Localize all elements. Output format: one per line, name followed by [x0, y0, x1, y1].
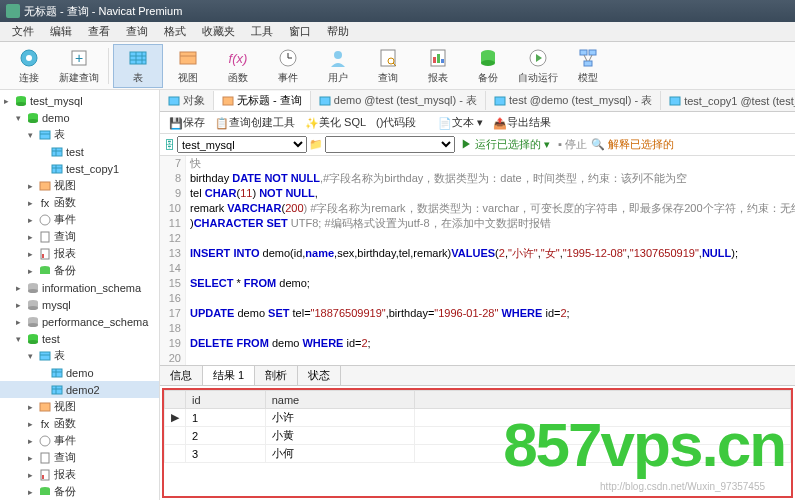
column-name[interactable]: name: [265, 391, 415, 409]
stop-button[interactable]: ▪ 停止: [554, 137, 591, 152]
tree-item-test[interactable]: ▾test: [0, 330, 159, 347]
code-area[interactable]: 快birthday DATE NOT NULL,#字段名称为birthday，数…: [186, 156, 795, 365]
report-icon: [38, 469, 52, 481]
tree-toggle-icon[interactable]: ▾: [16, 113, 26, 123]
explain-selected-button[interactable]: 🔍 解释已选择的: [591, 137, 674, 152]
tree-item-demo[interactable]: ▾demo: [0, 109, 159, 126]
tree-toggle-icon[interactable]: ▸: [28, 266, 38, 276]
save-button[interactable]: 💾保存: [164, 114, 210, 131]
tree-item-备份[interactable]: ▸备份: [0, 483, 159, 500]
tab-test_copy1 @test (test_mys[interactable]: test_copy1 @test (test_mys: [661, 93, 795, 109]
tree-toggle-icon[interactable]: ▸: [28, 487, 38, 497]
column-id[interactable]: id: [186, 391, 266, 409]
tree-item-test_mysql[interactable]: ▸test_mysql: [0, 92, 159, 109]
run-selected-button[interactable]: ▶ 运行已选择的 ▾: [457, 137, 554, 152]
tab-无标题 - 查询[interactable]: 无标题 - 查询: [214, 91, 311, 110]
tree-toggle-icon[interactable]: ▸: [28, 198, 38, 208]
toolbar-view[interactable]: 视图: [163, 44, 213, 88]
tree-item-报表[interactable]: ▸报表: [0, 466, 159, 483]
tree-item-demo2[interactable]: demo2: [0, 381, 159, 398]
result-row[interactable]: 3小何: [165, 445, 791, 463]
tree-item-information_schema[interactable]: ▸information_schema: [0, 279, 159, 296]
tree-item-表[interactable]: ▾表: [0, 347, 159, 364]
menu-窗口[interactable]: 窗口: [281, 22, 319, 41]
sql-editor[interactable]: 7891011121314151617181920212223 快birthda…: [160, 156, 795, 365]
toolbar-table[interactable]: 表: [113, 44, 163, 88]
tab-对象[interactable]: 对象: [160, 91, 214, 110]
svg-rect-83: [320, 97, 330, 105]
tab-demo @test (test_mysql) - 表[interactable]: demo @test (test_mysql) - 表: [311, 91, 486, 110]
result-tab-结果 1[interactable]: 结果 1: [203, 366, 255, 385]
toolbar-auto[interactable]: 自动运行: [513, 44, 563, 88]
menu-格式[interactable]: 格式: [156, 22, 194, 41]
menu-工具[interactable]: 工具: [243, 22, 281, 41]
tree-item-报表[interactable]: ▸报表: [0, 245, 159, 262]
db-icon: [26, 333, 40, 345]
tree-item-表[interactable]: ▾表: [0, 126, 159, 143]
tree-item-performance_schema[interactable]: ▸performance_schema: [0, 313, 159, 330]
tree-toggle-icon[interactable]: ▸: [28, 436, 38, 446]
tab-test @demo (test_mysql) - 表[interactable]: test @demo (test_mysql) - 表: [486, 91, 661, 110]
toolbar-event[interactable]: 事件: [263, 44, 313, 88]
toolbar-connect[interactable]: 连接: [4, 44, 54, 88]
tree-toggle-icon[interactable]: ▸: [28, 402, 38, 412]
tree-toggle-icon[interactable]: ▸: [28, 453, 38, 463]
tree-item-函数[interactable]: ▸fx函数: [0, 194, 159, 211]
tree-item-查询[interactable]: ▸查询: [0, 449, 159, 466]
tree-toggle-icon[interactable]: ▸: [4, 96, 14, 106]
menu-文件[interactable]: 文件: [4, 22, 42, 41]
result-row[interactable]: 2小黄: [165, 427, 791, 445]
tree-toggle-icon[interactable]: ▸: [28, 181, 38, 191]
tree-item-test_copy1[interactable]: test_copy1: [0, 160, 159, 177]
toolbar-query[interactable]: 查询: [363, 44, 413, 88]
tree-item-demo[interactable]: demo: [0, 364, 159, 381]
menu-编辑[interactable]: 编辑: [42, 22, 80, 41]
schema-select[interactable]: [325, 136, 455, 153]
result-grid[interactable]: idname▶1小许2小黄3小何: [162, 388, 793, 498]
export-button[interactable]: 📤导出结果: [488, 114, 556, 131]
tree-toggle-icon[interactable]: ▸: [28, 249, 38, 259]
tree-toggle-icon[interactable]: ▸: [28, 215, 38, 225]
toolbar-fx[interactable]: f(x)函数: [213, 44, 263, 88]
tree-toggle-icon[interactable]: ▾: [16, 334, 26, 344]
connection-select[interactable]: test_mysql: [177, 136, 307, 153]
tree-item-视图[interactable]: ▸视图: [0, 177, 159, 194]
beautify-sql-button[interactable]: ✨美化 SQL: [300, 114, 371, 131]
tree-toggle-icon[interactable]: ▸: [28, 470, 38, 480]
toolbar-backup[interactable]: 备份: [463, 44, 513, 88]
svg-point-48: [40, 215, 50, 225]
tree-toggle-icon[interactable]: ▾: [28, 351, 38, 361]
tree-item-事件[interactable]: ▸事件: [0, 211, 159, 228]
report-icon: [38, 248, 52, 260]
text-dropdown-button[interactable]: 📄文本 ▾: [433, 114, 488, 131]
tree-toggle-icon[interactable]: ▸: [16, 317, 26, 327]
tree-item-事件[interactable]: ▸事件: [0, 432, 159, 449]
toolbar-model[interactable]: 模型: [563, 44, 613, 88]
menu-收藏夹[interactable]: 收藏夹: [194, 22, 243, 41]
tree-toggle-icon[interactable]: ▸: [28, 232, 38, 242]
tree-item-mysql[interactable]: ▸mysql: [0, 296, 159, 313]
menu-帮助[interactable]: 帮助: [319, 22, 357, 41]
tree-toggle-icon[interactable]: ▸: [28, 419, 38, 429]
snippet-button[interactable]: ()代码段: [371, 114, 421, 131]
connection-tree[interactable]: ▸test_mysql▾demo▾表testtest_copy1▸视图▸fx函数…: [0, 90, 160, 500]
tree-toggle-icon[interactable]: ▸: [16, 300, 26, 310]
toolbar-user[interactable]: 用户: [313, 44, 363, 88]
toolbar-newquery[interactable]: +新建查询: [54, 44, 104, 88]
tree-item-视图[interactable]: ▸视图: [0, 398, 159, 415]
toolbar-report[interactable]: 报表: [413, 44, 463, 88]
tables-icon: [38, 350, 52, 362]
result-tab-信息[interactable]: 信息: [160, 366, 203, 385]
tree-item-查询[interactable]: ▸查询: [0, 228, 159, 245]
tree-toggle-icon[interactable]: ▾: [28, 130, 38, 140]
tree-toggle-icon[interactable]: ▸: [16, 283, 26, 293]
menu-查看[interactable]: 查看: [80, 22, 118, 41]
tree-item-test[interactable]: test: [0, 143, 159, 160]
result-tab-状态[interactable]: 状态: [298, 366, 341, 385]
query-builder-button[interactable]: 📋查询创建工具: [210, 114, 300, 131]
tree-item-备份[interactable]: ▸备份: [0, 262, 159, 279]
menu-查询[interactable]: 查询: [118, 22, 156, 41]
tree-item-函数[interactable]: ▸fx函数: [0, 415, 159, 432]
result-row[interactable]: ▶1小许: [165, 409, 791, 427]
result-tab-剖析[interactable]: 剖析: [255, 366, 298, 385]
